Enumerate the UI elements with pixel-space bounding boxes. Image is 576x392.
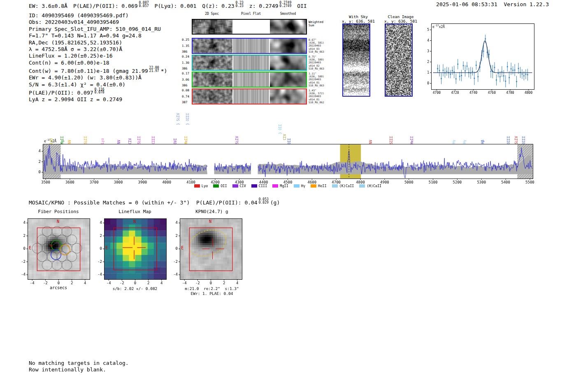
col-header-smoothed: Smoothed <box>267 12 309 16</box>
fiber-weight: 386 <box>182 50 191 53</box>
z-range: 0.27490.2749 <box>279 1 291 7</box>
fiber-annotation-line: 1.43" <box>309 89 334 92</box>
detection-id: ID: 4090395469 (4090395469.pdf) <box>29 12 167 19</box>
with-sky-title: With Sky <box>340 14 377 19</box>
plae-lower: 0.057 <box>139 5 149 8</box>
fiber-annotation-line: (636, 580) <box>309 58 334 61</box>
fiber-smoothed-image <box>270 72 306 87</box>
spec-slot-ifu-amp: Primary Spec_Slot_IFU_AMP: 510_096_014_R… <box>29 26 167 32</box>
fiber-2dspec-image <box>193 89 232 104</box>
fiber-annotation-line: 1.11" <box>309 72 334 75</box>
fiber-annotation-line: v014_03 <box>309 47 334 50</box>
z-classification: OII <box>297 3 307 9</box>
emission-line-label: } OIII <box>186 113 190 125</box>
plae-poii: P(LAE)/P(OII): 0.0970.1160.078 <box>29 88 167 96</box>
fiber-weight: 0.24 <box>182 55 191 58</box>
qz-value: Q(z): 0.23 <box>202 3 234 9</box>
fiber-annotation-line: 20220403 <box>309 61 334 64</box>
zoom-ylabel: e-17x2Å <box>432 24 445 29</box>
fiber-annotation-line: 0.67" <box>309 38 334 41</box>
observation-id: Obs: 20220403v014_4090395469 <box>29 19 167 26</box>
continuum-w-suffix: *) <box>161 68 167 74</box>
kpno-north-label: N <box>209 219 211 224</box>
legend-item: Hγ <box>294 184 305 188</box>
fiber-pixelflat-image <box>233 89 269 104</box>
full-spectrum-plot <box>35 140 538 188</box>
footer-line-1: No matching targets in catalog. <box>29 360 129 366</box>
fiber-annotation: 0.75"(636, 580)20220403v014_02510_RU_063 <box>309 55 334 70</box>
fiber-north-label: N <box>57 219 59 224</box>
fiber-weight: 386 <box>182 84 191 87</box>
fiber-annotation-line: 510_RU_063 <box>309 50 334 53</box>
legend-item: MgII <box>272 184 288 188</box>
plae-value: P(LAE)/P(OII): 0.069 <box>73 3 138 9</box>
lineflux-map-plot <box>92 216 170 287</box>
fiber-weight: 0.25 <box>182 38 191 42</box>
fiber-annotation-line: 20220403 <box>309 44 334 47</box>
zoom-ylabel-exp: -17 <box>434 24 439 27</box>
col-header-2dspec: 2D Spec <box>191 12 232 16</box>
legend-label: CIV <box>240 184 246 188</box>
legend-item: (K)CaII <box>332 184 354 188</box>
kpno-east-label: E <box>181 246 183 250</box>
fiber-weight: 386 <box>182 67 191 70</box>
clean-image <box>386 24 412 96</box>
legend-item: (H)CaII <box>359 184 381 188</box>
fiber-annotation-line: 20220403 <box>309 95 334 97</box>
fiber-row <box>192 38 307 54</box>
plya-value: P(Lyα): 0.001 <box>155 3 197 9</box>
plae-range: 0.0870.057 <box>139 1 149 7</box>
with-sky-image <box>343 24 369 96</box>
fiber-smoothed-image <box>270 56 306 70</box>
weighted-smoothed-image <box>270 20 306 34</box>
fiber-weight: 0.74 <box>182 95 191 98</box>
kpno-image-plot <box>167 216 246 287</box>
fiber-annotation-line: 0.75" <box>309 55 334 58</box>
legend-swatch <box>359 184 365 188</box>
footer-notes: No matching targets in catalog. Row inte… <box>29 360 129 373</box>
ra-dec: RA,Dec (195.821625,52.193516) <box>29 39 167 46</box>
fiber-pixelflat-image <box>233 72 269 87</box>
fiber-annotation-line: v014_01 <box>309 81 334 84</box>
fiber-weights: 0.251.35386 <box>182 38 191 53</box>
fiber-weight: 1.35 <box>182 44 191 48</box>
main-ylabel-suffix: x2Å <box>51 139 56 143</box>
equivalent-width: EWr = 4.90(±1.20) (w: 3.80(±0.83))Å <box>29 74 167 81</box>
legend-swatch <box>272 184 278 188</box>
qz-lower: 0.23 <box>236 5 244 8</box>
with-sky-panel <box>342 23 370 97</box>
legend-item: Lyα <box>194 184 208 188</box>
header-summary: EW: 3.6±0.8ÅP(LAE)/P(OII): 0.0690.0870.0… <box>29 1 307 9</box>
fiber-2dspec-image <box>193 72 232 87</box>
fiber-positions-plot <box>15 216 93 287</box>
continuum-n: Cont(n) = 6.00(±0.00)e-18 <box>29 60 167 66</box>
fiber-weights: 0.241.30386 <box>182 55 191 70</box>
gmag-range: 22.0021.97 <box>149 66 159 72</box>
fiber-pixelflat-image <box>233 39 269 53</box>
qz-range: 0.230.23 <box>236 1 244 7</box>
gmag-lower: 21.97 <box>149 70 159 73</box>
fiber-annotation: 1.11"(636, 580)20220403v014_01510_RU_063 <box>309 72 334 87</box>
sn-chi2: S/N = 6.3(±1.4) χ² = 0.4(±0.0) <box>29 81 167 88</box>
fiber-row <box>192 88 307 104</box>
timestamp-version: 2025-01-06 08:53:31 Version 1.22.3 <box>436 1 549 7</box>
fiber-smoothed-image <box>270 39 306 53</box>
elixer-report-page: EW: 3.6±0.8ÅP(LAE)/P(OII): 0.0690.0870.0… <box>0 0 576 392</box>
legend-item: CIV <box>232 184 246 188</box>
fiber-annotation-line: 20220403 <box>309 78 334 81</box>
weighted-2dspec-image <box>193 20 232 34</box>
wavelength-sigma: λ = 4752.58Å σ = 3.22(±0.70)Å <box>29 46 167 53</box>
fiber-weight: 0.08 <box>182 89 191 92</box>
spectrum-legend: LyαOIICIVCIIIMgIIHγHeII(K)CaII(H)CaII <box>43 184 533 188</box>
line-flux: LineFlux = 1.20(±0.25)e-16 <box>29 53 167 59</box>
kpno-caption-2: EWr: 1. PLAE: 0.04 <box>177 291 247 296</box>
fiber-annotation-line: v014_01 <box>309 98 334 101</box>
mosaic-match-text: MOSAIC/KPNO : Possible Matches = 0 (with… <box>29 199 258 206</box>
seeing-stats: F=1.7" T=0.143 N=1.17 A=0.94 g=24.8 <box>29 32 167 39</box>
lineflux-north-label: N <box>133 219 136 224</box>
legend-label: (K)CaII <box>339 184 354 188</box>
fiber-weights: 0.173.06386 <box>182 72 191 87</box>
fiber-annotation: 1.43"(636, 572)20220403v014_01510_RU_062 <box>309 89 334 104</box>
fiber-annotation-line: 510_RU_063 <box>309 84 334 87</box>
z-lower: 0.2749 <box>279 5 291 8</box>
